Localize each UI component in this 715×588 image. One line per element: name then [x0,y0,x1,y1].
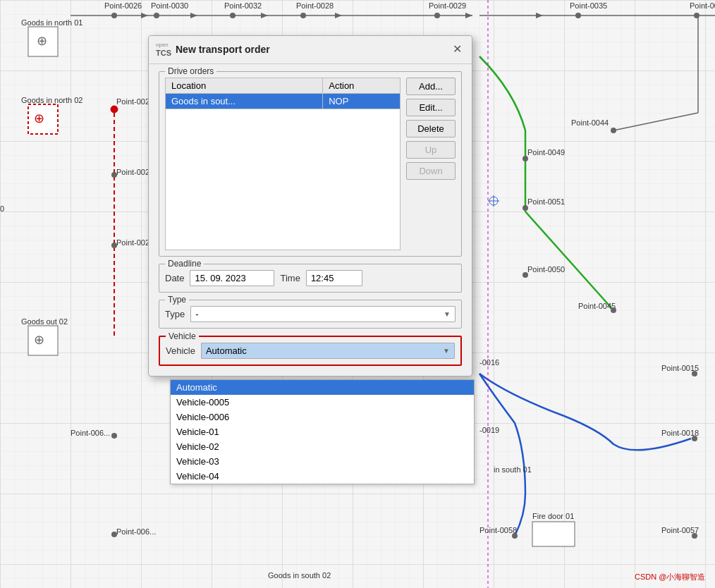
type-value: - [195,309,198,319]
svg-text:Point-0035: Point-0035 [570,1,607,10]
svg-point-49 [692,371,697,376]
new-transport-order-dialog: openTCS New transport order ✕ Drive orde… [148,35,472,376]
vehicle-option-01[interactable]: Vehicle-01 [171,424,474,439]
svg-text:Point-006...: Point-006... [116,527,156,536]
table-row[interactable]: Goods in sout... NOP [166,93,401,109]
svg-point-57 [111,532,117,537]
dialog-body: Drive orders Location Action Goods in so… [149,64,472,376]
type-dropdown-arrow: ▼ [444,310,451,318]
up-button[interactable]: Up [406,141,456,159]
svg-point-52 [692,533,697,539]
vehicle-option-02[interactable]: Vehicle-02 [171,439,474,454]
vehicle-option-0005[interactable]: Vehicle-0005 [171,395,474,410]
svg-text:Point-0036: Point-0036 [690,1,715,10]
dialog-title: New transport order [176,44,450,55]
svg-point-55 [111,243,117,248]
svg-text:⊕: ⊕ [37,34,47,48]
type-section: Type Type - ▼ [159,300,462,329]
svg-point-41 [434,13,440,18]
deadline-row: Date 15. 09. 2023 Time 12:45 [165,270,456,286]
svg-text:Goods out 02: Goods out 02 [21,317,68,326]
empty-table-area [165,109,401,250]
vehicle-option-03[interactable]: Vehicle-03 [171,454,474,469]
svg-text:Point-0058: Point-0058 [479,526,517,534]
svg-text:Point-0030: Point-0030 [151,1,188,10]
svg-point-44 [611,128,616,133]
vehicle-row: Vehicle Automatic ▼ [166,343,455,359]
row-action: NOP [323,93,401,109]
svg-point-47 [522,272,528,278]
svg-point-40 [300,13,306,18]
down-button[interactable]: Down [406,162,456,180]
svg-text:CSDN @小海聊智造: CSDN @小海聊智造 [635,572,705,581]
svg-text:-0016: -0016 [479,358,499,367]
vehicle-option-04[interactable]: Vehicle-04 [171,469,474,484]
vehicle-option-automatic[interactable]: Automatic [171,380,474,395]
time-input[interactable]: 12:45 [306,270,362,286]
svg-text:Point-006...: Point-006... [71,429,110,437]
drive-orders-buttons: Add... Edit... Delete Up Down [406,78,456,250]
svg-point-51 [512,533,518,539]
deadline-legend: Deadline [165,259,204,269]
date-input[interactable]: 15. 09. 2023 [190,270,274,286]
svg-text:Point-0029: Point-0029 [429,1,466,10]
svg-text:Point-0015: Point-0015 [661,364,699,372]
svg-text:-0019: -0019 [479,426,499,434]
svg-text:⊕: ⊕ [34,111,44,125]
svg-text:⊕: ⊕ [34,333,44,347]
svg-point-45 [522,156,528,161]
vehicle-value: Automatic [206,345,247,356]
time-label: Time [280,273,300,283]
col-header-action: Action [323,78,401,93]
type-select[interactable]: - ▼ [190,306,456,322]
vehicle-dropdown-list: Automatic Vehicle-0005 Vehicle-0006 Vehi… [170,379,475,484]
vehicle-section: Vehicle Vehicle Automatic ▼ Automatic Ve… [159,336,462,366]
svg-point-56 [111,433,117,439]
svg-text:Point-0026: Point-0026 [104,1,142,10]
svg-point-39 [230,13,236,18]
svg-text:Point-0045: Point-0045 [578,302,616,310]
vehicle-dropdown-arrow: ▼ [443,347,450,355]
svg-text:Point-0028: Point-0028 [296,1,334,10]
svg-text:Point-0032: Point-0032 [224,1,262,10]
svg-text:Goods in north 02: Goods in north 02 [21,96,82,104]
svg-text:Point-0049: Point-0049 [527,148,565,157]
svg-point-50 [692,436,697,441]
svg-rect-68 [532,522,575,546]
date-label: Date [165,273,184,283]
svg-text:Point-0050: Point-0050 [527,265,565,274]
dialog-close-button[interactable]: ✕ [450,44,465,55]
deadline-section: Deadline Date 15. 09. 2023 Time 12:45 [159,264,462,293]
svg-point-37 [111,13,117,18]
svg-point-48 [611,307,616,313]
app-logo: openTCS [156,42,171,58]
svg-point-43 [694,13,699,18]
svg-point-42 [575,13,581,18]
svg-point-53 [111,106,118,113]
svg-text:0: 0 [0,204,4,213]
drive-orders-legend: Drive orders [165,66,216,76]
svg-text:Goods in south 02: Goods in south 02 [268,571,331,580]
svg-point-54 [111,172,117,178]
dialog-titlebar: openTCS New transport order ✕ [149,36,472,64]
svg-text:Point-0051: Point-0051 [527,197,565,206]
svg-point-46 [522,205,528,211]
svg-text:Point-0018: Point-0018 [661,429,699,437]
delete-button[interactable]: Delete [406,120,456,137]
row-location: Goods in sout... [166,93,323,109]
type-row: Type - ▼ [165,306,456,322]
vehicle-label: Vehicle [166,345,195,356]
svg-text:Fire door 01: Fire door 01 [532,512,574,520]
drive-orders-section: Drive orders Location Action Goods in so… [159,71,462,257]
add-button[interactable]: Add... [406,78,456,95]
svg-text:Goods in north 01: Goods in north 01 [21,18,82,27]
type-label: Type [165,309,185,319]
drive-orders-table-wrap: Location Action Goods in sout... NOP [165,78,401,250]
vehicle-select[interactable]: Automatic ▼ [201,343,455,359]
vehicle-option-0006[interactable]: Vehicle-0006 [171,410,474,424]
edit-button[interactable]: Edit... [406,99,456,116]
drive-orders-table: Location Action Goods in sout... NOP [165,78,401,109]
svg-text:Point-0057: Point-0057 [661,526,699,534]
svg-text:in south 01: in south 01 [494,465,532,474]
svg-point-38 [154,13,159,18]
